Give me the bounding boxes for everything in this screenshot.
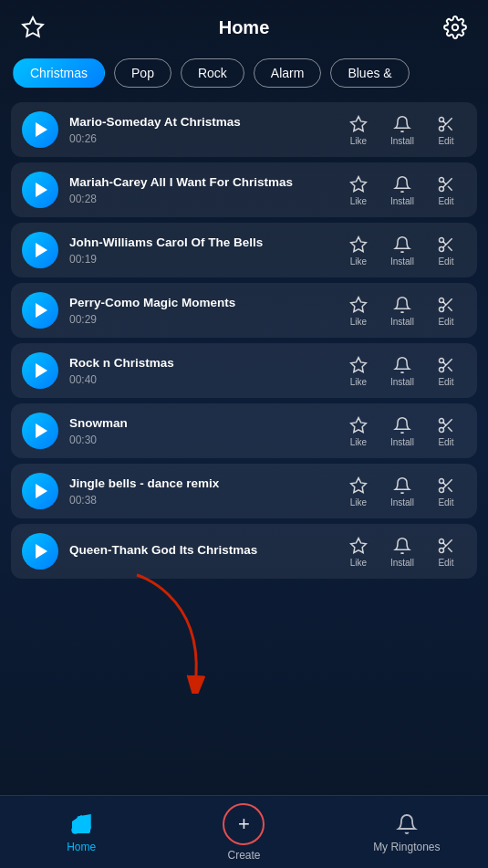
edit-button[interactable]: Edit — [426, 536, 466, 568]
svg-point-45 — [440, 539, 444, 543]
like-button[interactable]: Like — [338, 235, 379, 267]
track-name: John-Williams Carol Of The Bells — [69, 235, 327, 251]
edit-label: Edit — [438, 317, 453, 327]
svg-line-25 — [443, 301, 446, 304]
edit-label: Edit — [438, 558, 453, 568]
play-button[interactable] — [22, 232, 58, 268]
like-button[interactable]: Like — [338, 174, 379, 206]
svg-line-37 — [443, 422, 446, 424]
bell-icon — [392, 174, 412, 194]
svg-point-33 — [440, 418, 444, 423]
install-button[interactable]: Install — [382, 114, 422, 146]
svg-marker-26 — [351, 357, 367, 371]
track-actions: Like Install Edit — [338, 295, 466, 327]
svg-point-28 — [440, 367, 444, 371]
install-button[interactable]: Install — [382, 355, 422, 387]
play-button[interactable] — [22, 413, 58, 449]
edit-button[interactable]: Edit — [426, 114, 466, 146]
bell-icon — [392, 355, 412, 375]
edit-button[interactable]: Edit — [426, 415, 466, 447]
like-button[interactable]: Like — [338, 295, 379, 327]
install-label: Install — [390, 377, 414, 387]
install-button[interactable]: Install — [382, 174, 422, 206]
install-button[interactable]: Install — [382, 235, 422, 267]
category-alarm[interactable]: Alarm — [254, 58, 322, 88]
install-button[interactable]: Install — [382, 536, 422, 568]
play-button[interactable] — [22, 533, 58, 570]
edit-label: Edit — [438, 497, 453, 507]
like-button[interactable]: Like — [338, 114, 379, 146]
ringtone-list: Mario-Someday At Christmas 00:26 Like In… — [0, 99, 488, 582]
edit-button[interactable]: Edit — [426, 476, 466, 507]
install-label: Install — [390, 558, 414, 568]
like-button[interactable]: Like — [338, 355, 379, 387]
favorite-icon[interactable] — [18, 13, 47, 42]
track-info: Mariah-Carey All I Want For Christmas 00… — [69, 174, 327, 205]
svg-point-4 — [440, 126, 444, 131]
bell-icon — [392, 476, 412, 496]
svg-point-9 — [440, 177, 444, 182]
settings-icon[interactable] — [441, 13, 470, 42]
install-label: Install — [390, 196, 414, 206]
nav-create[interactable]: + Create — [162, 803, 325, 862]
track-info: Queen-Thank God Its Christmas — [69, 542, 327, 560]
track-duration: 00:28 — [69, 193, 327, 205]
nav-my-ringtones[interactable]: My Ringtones — [326, 804, 488, 861]
install-button[interactable]: Install — [382, 415, 422, 447]
svg-line-48 — [448, 548, 452, 552]
like-label: Like — [350, 558, 367, 568]
edit-button[interactable]: Edit — [426, 235, 466, 267]
list-item: Queen-Thank God Its Christmas Like Insta… — [11, 524, 477, 579]
like-button[interactable]: Like — [338, 476, 379, 507]
svg-line-7 — [443, 120, 446, 123]
install-button[interactable]: Install — [382, 295, 422, 327]
track-actions: Like Install Edit — [338, 114, 466, 146]
scissors-icon — [436, 114, 456, 134]
svg-point-40 — [440, 487, 444, 492]
list-item: Mariah-Carey All I Want For Christmas 00… — [11, 162, 477, 217]
svg-point-1 — [452, 25, 459, 31]
category-pop[interactable]: Pop — [114, 58, 171, 88]
svg-marker-8 — [351, 176, 367, 191]
like-button[interactable]: Like — [338, 415, 379, 447]
edit-button[interactable]: Edit — [426, 174, 466, 206]
play-button[interactable] — [22, 473, 58, 509]
category-christmas[interactable]: Christmas — [13, 58, 105, 88]
list-item: John-Williams Carol Of The Bells 00:19 L… — [11, 223, 477, 277]
edit-button[interactable]: Edit — [426, 355, 466, 387]
create-plus-icon: + — [238, 814, 250, 834]
track-name: Mariah-Carey All I Want For Christmas — [69, 174, 327, 191]
track-duration: 00:38 — [69, 494, 327, 507]
track-info: Mario-Someday At Christmas 00:26 — [69, 114, 327, 145]
edit-button[interactable]: Edit — [426, 295, 466, 327]
nav-home[interactable]: Home — [0, 804, 162, 861]
play-button[interactable] — [22, 352, 58, 389]
track-name: Snowman — [69, 415, 327, 432]
bell-icon — [392, 536, 412, 556]
scissors-icon — [436, 355, 456, 375]
like-button[interactable]: Like — [338, 536, 379, 568]
like-label: Like — [350, 497, 367, 507]
play-button[interactable] — [22, 292, 58, 329]
svg-line-42 — [448, 487, 452, 492]
edit-label: Edit — [438, 437, 453, 447]
edit-label: Edit — [438, 136, 453, 146]
svg-point-10 — [440, 186, 444, 191]
svg-marker-0 — [23, 17, 43, 37]
svg-line-49 — [443, 542, 446, 545]
track-actions: Like Install Edit — [338, 174, 466, 206]
category-rock[interactable]: Rock — [181, 58, 244, 88]
svg-point-21 — [440, 298, 444, 302]
track-name: Queen-Thank God Its Christmas — [69, 542, 327, 559]
category-blues[interactable]: Blues & — [330, 58, 409, 88]
bottom-nav: Home + Create My Ringtones — [0, 795, 488, 868]
annotation-arrow — [119, 566, 228, 694]
track-actions: Like Install Edit — [338, 536, 466, 568]
play-button[interactable] — [22, 111, 58, 148]
install-button[interactable]: Install — [382, 476, 422, 507]
svg-line-24 — [448, 307, 452, 311]
svg-marker-20 — [351, 297, 367, 311]
svg-line-12 — [448, 186, 452, 191]
scissors-icon — [436, 476, 456, 496]
play-button[interactable] — [22, 172, 58, 208]
